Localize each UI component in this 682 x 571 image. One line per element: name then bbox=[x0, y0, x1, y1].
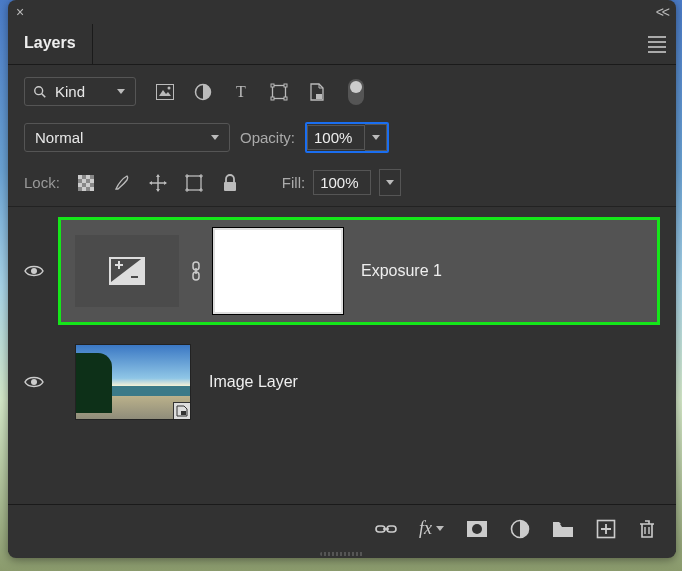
lock-all-icon[interactable] bbox=[220, 173, 240, 193]
svg-rect-14 bbox=[78, 175, 82, 179]
filter-type-icon[interactable]: T bbox=[230, 81, 252, 103]
filter-kind-select[interactable]: Kind bbox=[24, 77, 136, 106]
svg-line-1 bbox=[42, 93, 46, 97]
layer-name[interactable]: Exposure 1 bbox=[361, 262, 442, 280]
adjustment-thumbnail[interactable] bbox=[75, 235, 179, 307]
layer-style-icon[interactable]: fx bbox=[419, 518, 444, 539]
panel-menu-icon[interactable] bbox=[648, 33, 666, 56]
layer-thumbnail[interactable] bbox=[75, 344, 191, 420]
svg-rect-8 bbox=[271, 84, 274, 87]
svg-point-4 bbox=[168, 86, 171, 89]
filter-pixel-icon[interactable] bbox=[154, 81, 176, 103]
collapse-icon[interactable]: << bbox=[656, 4, 668, 20]
svg-rect-15 bbox=[86, 175, 90, 179]
tab-layers[interactable]: Layers bbox=[8, 24, 93, 64]
svg-rect-21 bbox=[90, 187, 94, 191]
panel-tabs: Layers bbox=[8, 24, 676, 65]
svg-point-0 bbox=[35, 86, 43, 94]
resize-grip[interactable] bbox=[8, 552, 676, 558]
visibility-toggle[interactable] bbox=[24, 264, 44, 278]
fill-label[interactable]: Fill: bbox=[282, 174, 305, 191]
svg-rect-2 bbox=[157, 84, 174, 99]
lock-icons bbox=[76, 173, 240, 193]
smart-object-badge-icon bbox=[173, 402, 191, 420]
new-layer-icon[interactable] bbox=[596, 519, 616, 539]
svg-rect-34 bbox=[181, 411, 186, 415]
filter-smartobject-icon[interactable] bbox=[306, 81, 328, 103]
lock-paint-icon[interactable] bbox=[112, 173, 132, 193]
layers-list: Exposure 1 Image Layer bbox=[8, 207, 676, 504]
svg-point-39 bbox=[472, 524, 482, 534]
delete-layer-icon[interactable] bbox=[638, 519, 656, 539]
chevron-down-icon bbox=[117, 89, 125, 94]
exposure-icon bbox=[109, 257, 145, 285]
lock-row: Lock: Fill: bbox=[8, 163, 676, 207]
blend-mode-select[interactable]: Normal bbox=[24, 123, 230, 152]
layer-row: Image Layer bbox=[16, 329, 664, 435]
svg-rect-9 bbox=[284, 84, 287, 87]
lock-artboard-icon[interactable] bbox=[184, 173, 204, 193]
close-icon[interactable]: × bbox=[16, 4, 24, 20]
svg-rect-26 bbox=[187, 176, 201, 190]
lock-position-icon[interactable] bbox=[148, 173, 168, 193]
fill-group: Fill: bbox=[282, 169, 401, 196]
svg-rect-18 bbox=[78, 183, 82, 187]
lock-label: Lock: bbox=[24, 174, 60, 191]
opacity-dropdown-button[interactable] bbox=[365, 124, 387, 151]
adjustment-layer-icon[interactable] bbox=[510, 519, 530, 539]
svg-marker-25 bbox=[164, 181, 167, 185]
chevron-down-icon bbox=[386, 180, 394, 185]
svg-point-33 bbox=[31, 379, 37, 385]
filter-toggle[interactable] bbox=[348, 79, 364, 105]
fill-dropdown-button[interactable] bbox=[379, 169, 401, 196]
svg-marker-23 bbox=[156, 189, 160, 192]
svg-marker-3 bbox=[159, 90, 171, 96]
panel-footer: fx bbox=[8, 504, 676, 552]
filter-type-icons: T bbox=[154, 79, 364, 105]
chevron-down-icon bbox=[436, 526, 444, 531]
layer-name[interactable]: Image Layer bbox=[209, 373, 298, 391]
svg-point-28 bbox=[31, 268, 37, 274]
search-icon bbox=[33, 85, 47, 99]
chevron-down-icon bbox=[372, 135, 380, 140]
filter-row: Kind T bbox=[8, 65, 676, 116]
svg-rect-12 bbox=[316, 94, 322, 99]
layer-item-image[interactable]: Image Layer bbox=[58, 333, 660, 431]
svg-marker-22 bbox=[156, 174, 160, 177]
add-mask-icon[interactable] bbox=[466, 520, 488, 538]
blend-mode-value: Normal bbox=[35, 129, 211, 146]
chevron-down-icon bbox=[211, 135, 219, 140]
svg-rect-27 bbox=[224, 182, 236, 191]
svg-rect-20 bbox=[82, 187, 86, 191]
link-layers-icon[interactable] bbox=[375, 522, 397, 536]
svg-rect-10 bbox=[271, 97, 274, 100]
panel-titlebar: × << bbox=[8, 0, 676, 24]
opacity-label[interactable]: Opacity: bbox=[240, 129, 295, 146]
svg-marker-24 bbox=[149, 181, 152, 185]
fill-input[interactable] bbox=[313, 170, 371, 195]
opacity-input[interactable] bbox=[307, 125, 365, 150]
filter-kind-label: Kind bbox=[55, 83, 109, 100]
layer-item-exposure[interactable]: Exposure 1 bbox=[58, 217, 660, 325]
lock-transparency-icon[interactable] bbox=[76, 173, 96, 193]
svg-rect-11 bbox=[284, 97, 287, 100]
blend-row: Normal Opacity: bbox=[8, 116, 676, 163]
svg-text:T: T bbox=[236, 83, 246, 100]
layers-panel: × << Layers Kind T bbox=[8, 0, 676, 558]
filter-adjustment-icon[interactable] bbox=[192, 81, 214, 103]
mask-thumbnail[interactable] bbox=[213, 228, 343, 314]
new-group-icon[interactable] bbox=[552, 520, 574, 538]
opacity-field-group bbox=[305, 122, 389, 153]
layer-row: Exposure 1 bbox=[16, 213, 664, 329]
svg-rect-19 bbox=[86, 183, 90, 187]
mask-link-icon[interactable] bbox=[191, 261, 201, 281]
svg-rect-16 bbox=[82, 179, 86, 183]
visibility-toggle[interactable] bbox=[24, 375, 44, 389]
svg-rect-17 bbox=[90, 179, 94, 183]
filter-shape-icon[interactable] bbox=[268, 81, 290, 103]
